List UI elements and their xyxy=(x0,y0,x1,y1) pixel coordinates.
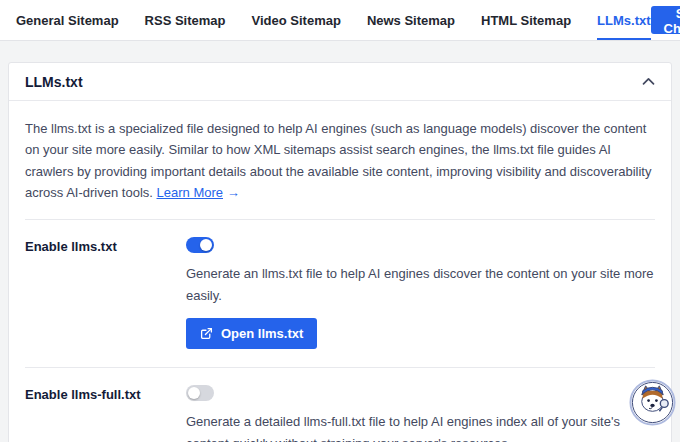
tab-general-sitemap[interactable]: General Sitemap xyxy=(16,0,119,40)
tab-llms-txt[interactable]: LLMs.txt xyxy=(597,0,650,40)
tab-rss-sitemap[interactable]: RSS Sitemap xyxy=(145,0,226,40)
card-title: LLMs.txt xyxy=(25,74,83,90)
tab-video-sitemap[interactable]: Video Sitemap xyxy=(252,0,341,40)
enable-llms-txt-description: Generate an llms.txt file to help AI eng… xyxy=(186,263,655,307)
sitemap-tabs: General Sitemap RSS Sitemap Video Sitema… xyxy=(16,0,651,40)
setting-row-enable-llms-full-txt: Enable llms-full.txt Generate a detailed… xyxy=(25,367,655,442)
external-link-icon xyxy=(200,327,213,340)
enable-llms-full-txt-content: Generate a detailed llms-full.txt file t… xyxy=(186,385,655,442)
open-llms-txt-button[interactable]: Open llms.txt xyxy=(186,318,317,349)
chevron-up-icon[interactable] xyxy=(642,77,655,86)
card-description: The llms.txt is a specialized file desig… xyxy=(25,118,655,220)
card-header-collapse[interactable]: LLMs.txt xyxy=(9,63,671,101)
card-body: The llms.txt is a specialized file desig… xyxy=(9,101,671,442)
save-changes-button[interactable]: Save Changes xyxy=(651,6,680,34)
toggle-knob xyxy=(188,387,200,399)
card-description-text: The llms.txt is a specialized file desig… xyxy=(25,121,651,200)
enable-llms-txt-label: Enable llms.txt xyxy=(25,237,186,349)
tab-html-sitemap[interactable]: HTML Sitemap xyxy=(481,0,571,40)
enable-llms-full-txt-toggle[interactable] xyxy=(186,385,214,401)
arrow-right-icon: → xyxy=(227,185,240,200)
open-llms-txt-button-label: Open llms.txt xyxy=(221,326,303,341)
mascot-help-button[interactable] xyxy=(629,379,676,426)
toggle-knob xyxy=(200,239,212,251)
enable-llms-txt-toggle[interactable] xyxy=(186,237,214,253)
learn-more-link[interactable]: Learn More xyxy=(157,185,223,200)
enable-llms-full-txt-description: Generate a detailed llms-full.txt file t… xyxy=(186,411,655,442)
llms-txt-card: LLMs.txt The llms.txt is a specialized f… xyxy=(8,62,672,442)
sitemap-tabbar: General Sitemap RSS Sitemap Video Sitema… xyxy=(0,0,680,41)
enable-llms-full-txt-label: Enable llms-full.txt xyxy=(25,385,186,442)
tab-news-sitemap[interactable]: News Sitemap xyxy=(367,0,455,40)
setting-row-enable-llms-txt: Enable llms.txt Generate an llms.txt fil… xyxy=(25,220,655,367)
enable-llms-txt-content: Generate an llms.txt file to help AI eng… xyxy=(186,237,655,349)
